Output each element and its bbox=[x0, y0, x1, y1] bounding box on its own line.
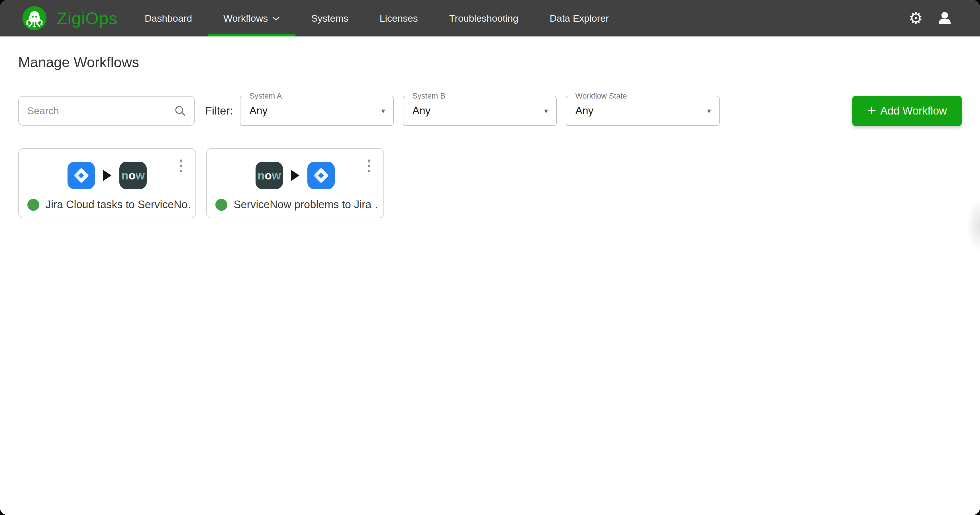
top-navbar: ZigiOps Dashboard Workflows Systems Lice… bbox=[0, 0, 980, 37]
card-integration-icons: n o w bbox=[207, 162, 383, 189]
card-title-row: ServiceNow problems to Jira … bbox=[215, 199, 378, 211]
user-icon-shoulders bbox=[939, 19, 951, 24]
sn-letter: o bbox=[265, 169, 272, 182]
page-title: Manage Workflows bbox=[18, 54, 962, 71]
add-workflow-button[interactable]: + Add Workflow bbox=[853, 96, 962, 126]
servicenow-icon: n o w bbox=[256, 162, 283, 189]
nav-item-dashboard[interactable]: Dashboard bbox=[129, 0, 208, 37]
select-label: System A bbox=[247, 92, 285, 100]
filter-selects: System A Any ▾ System B Any ▾ Workflow S… bbox=[240, 96, 720, 126]
filter-select-system-a[interactable]: System A Any ▾ bbox=[240, 96, 394, 126]
app-window: ZigiOps Dashboard Workflows Systems Lice… bbox=[0, 0, 980, 515]
status-dot bbox=[215, 199, 228, 211]
nav-label: Troubleshooting bbox=[449, 13, 519, 24]
select-label: Workflow State bbox=[573, 92, 630, 100]
card-menu-kebab-icon[interactable] bbox=[179, 158, 183, 173]
card-menu-kebab-icon[interactable] bbox=[367, 158, 371, 173]
active-tab-underline bbox=[208, 34, 296, 37]
nav-label: Data Explorer bbox=[550, 13, 609, 24]
servicenow-icon: n o w bbox=[119, 162, 147, 189]
workflow-title: Jira Cloud tasks to ServiceNo… bbox=[46, 199, 190, 211]
nav-label: Dashboard bbox=[145, 13, 192, 24]
workflow-card[interactable]: n o w Jira Cloud tasks to ServiceNo… bbox=[18, 148, 196, 218]
nav-item-data-explorer[interactable]: Data Explorer bbox=[534, 0, 624, 37]
filter-select-workflow-state[interactable]: Workflow State Any ▾ bbox=[566, 96, 720, 126]
flow-direction-arrow-icon bbox=[103, 170, 111, 181]
dropdown-arrow-icon: ▾ bbox=[544, 106, 548, 115]
add-workflow-label: Add Workflow bbox=[880, 105, 947, 117]
card-title-row: Jira Cloud tasks to ServiceNo… bbox=[27, 199, 190, 211]
plus-icon: + bbox=[867, 103, 876, 118]
workflow-card[interactable]: n o w ServiceNow problem bbox=[206, 148, 384, 218]
jira-icon bbox=[67, 162, 95, 189]
user-icon-head bbox=[942, 12, 948, 19]
card-integration-icons: n o w bbox=[19, 162, 196, 189]
sn-letter: n bbox=[121, 169, 129, 182]
search-icon[interactable] bbox=[174, 105, 186, 117]
workflow-card-list: n o w Jira Cloud tasks to ServiceNo… n o bbox=[18, 148, 962, 218]
dropdown-arrow-icon: ▾ bbox=[381, 106, 385, 115]
sn-letter: o bbox=[129, 169, 135, 182]
dropdown-arrow-icon: ▾ bbox=[707, 106, 711, 115]
select-label: System B bbox=[410, 92, 449, 100]
flow-direction-arrow-icon bbox=[291, 170, 299, 181]
nav-item-troubleshooting[interactable]: Troubleshooting bbox=[434, 0, 534, 37]
settings-gear-icon[interactable]: ⚙ bbox=[909, 10, 923, 26]
sn-letter: n bbox=[258, 169, 265, 182]
user-account-icon[interactable] bbox=[938, 11, 951, 25]
sn-letter: w bbox=[272, 169, 281, 182]
brand-name: ZigiOps bbox=[57, 8, 118, 28]
status-dot bbox=[27, 199, 39, 211]
search-box bbox=[18, 96, 195, 126]
filter-label: Filter: bbox=[205, 105, 233, 117]
sn-letter: w bbox=[135, 169, 145, 182]
workflow-title: ServiceNow problems to Jira … bbox=[234, 199, 378, 211]
select-value: Any bbox=[412, 105, 431, 117]
nav-label: Workflows bbox=[223, 13, 268, 24]
zigiops-octopus-logo-icon bbox=[22, 6, 47, 31]
filter-select-system-b[interactable]: System B Any ▾ bbox=[403, 96, 557, 126]
main-content: Manage Workflows Filter: System A Any ▾ … bbox=[0, 54, 980, 218]
nav-label: Licenses bbox=[380, 13, 418, 24]
search-input[interactable] bbox=[27, 105, 174, 117]
select-value: Any bbox=[250, 105, 268, 117]
nav-label: Systems bbox=[311, 13, 348, 24]
chevron-down-icon bbox=[272, 16, 280, 21]
navbar-right-icons: ⚙ bbox=[909, 10, 980, 26]
main-nav: Dashboard Workflows Systems Licenses Tro… bbox=[129, 0, 625, 37]
select-value: Any bbox=[576, 105, 594, 117]
brand[interactable]: ZigiOps bbox=[22, 6, 118, 31]
jira-icon bbox=[307, 162, 335, 189]
nav-item-licenses[interactable]: Licenses bbox=[364, 0, 434, 37]
scrollbar-thumb[interactable] bbox=[967, 199, 980, 252]
nav-item-workflows[interactable]: Workflows bbox=[208, 0, 296, 37]
filter-toolbar: Filter: System A Any ▾ System B Any ▾ Wo… bbox=[18, 95, 962, 127]
nav-item-systems[interactable]: Systems bbox=[296, 0, 364, 37]
